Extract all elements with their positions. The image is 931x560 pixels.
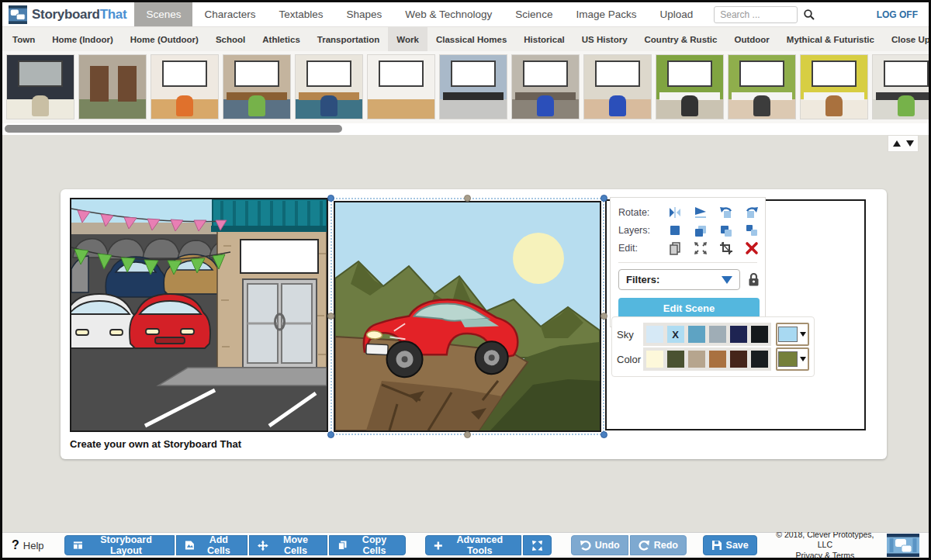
privacy-terms-link[interactable]: Privacy & Terms	[771, 551, 879, 560]
bottom-toolbar: ? Help Storyboard LayoutAdd CellsMove Ce…	[2, 532, 929, 558]
category-work[interactable]: Work	[388, 27, 427, 51]
scene-thumbnail-green-office-monitor[interactable]	[656, 54, 724, 119]
send-backward-icon[interactable]	[713, 223, 739, 237]
category-athletics[interactable]: Athletics	[254, 27, 309, 51]
resize-handle-bottom-right[interactable]	[600, 431, 607, 438]
category-us-history[interactable]: US History	[573, 27, 636, 51]
sky-color-dropdown[interactable]	[776, 323, 809, 346]
scene-thumbnail-conference-room-orange[interactable]	[151, 54, 219, 119]
move-cells-button[interactable]: Move Cells	[249, 535, 327, 555]
ground-swatch-strip	[643, 347, 771, 371]
scene-thumbnail-open-office-cubicles[interactable]	[872, 54, 929, 119]
brand[interactable]: StoryboardThat	[2, 2, 134, 26]
ground-color-dropdown[interactable]	[776, 347, 809, 371]
tab-shapes[interactable]: Shapes	[334, 2, 393, 26]
tab-characters[interactable]: Characters	[192, 2, 267, 26]
add-cells-button[interactable]: Add Cells	[176, 535, 248, 555]
tab-science[interactable]: Science	[504, 2, 564, 26]
storyboard-that-footer-logo[interactable]	[887, 534, 919, 557]
resize-handle-top-left[interactable]	[327, 195, 334, 202]
scene-thumbnail-meeting-table-whiteboard[interactable]	[295, 54, 363, 119]
resize-element-icon[interactable]	[687, 241, 713, 255]
help-button[interactable]: ? Help	[12, 538, 44, 552]
sky-swatch-3[interactable]	[688, 326, 705, 343]
scene-thumbnail-whiteboard-wall[interactable]	[367, 54, 435, 119]
plus-icon	[434, 541, 443, 551]
tab-textables[interactable]: Textables	[267, 2, 334, 26]
scene-thumbnail-office-hallway[interactable]	[78, 54, 147, 119]
category-classical-homes[interactable]: Classical Homes	[427, 27, 515, 51]
tab-upload[interactable]: Upload	[648, 2, 704, 26]
fullscreen-button[interactable]	[523, 535, 552, 555]
sky-swatch-4[interactable]	[709, 326, 726, 343]
rotate-counterclockwise-icon[interactable]	[713, 206, 739, 220]
scene-thumbnail-cubicle-blue-chair[interactable]	[583, 54, 652, 119]
save-button[interactable]: Save	[703, 535, 757, 555]
storyboard-board: Rotate: Layers:	[61, 189, 887, 459]
advanced-tools-button[interactable]: Advanced Tools	[425, 535, 522, 555]
storyboard-cell-cliff-car[interactable]	[334, 201, 601, 432]
sky-swatch-2[interactable]: X	[667, 326, 684, 343]
tab-image-packs[interactable]: Image Packs	[564, 2, 648, 26]
category-historical[interactable]: Historical	[515, 27, 573, 51]
flip-horizontal-icon[interactable]	[662, 206, 687, 220]
bring-forward-icon[interactable]	[687, 223, 713, 237]
undo-button[interactable]: Undo	[571, 535, 628, 555]
category-country-rustic[interactable]: Country & Rustic	[636, 27, 726, 51]
delete-element-icon[interactable]	[739, 241, 764, 255]
scene-thumbnail-office-desk-blue-chair[interactable]	[511, 54, 580, 119]
crop-icon[interactable]	[713, 241, 739, 255]
tab-web-technology[interactable]: Web & Technology	[393, 2, 504, 26]
bring-to-front-icon[interactable]	[662, 223, 687, 237]
sky-swatch-6[interactable]	[751, 326, 768, 343]
category-home-indoor[interactable]: Home (Indoor)	[43, 27, 122, 51]
scene-thumbnail-video-conference-room[interactable]	[439, 54, 507, 119]
resize-handle-left-mid[interactable]	[327, 313, 334, 320]
sky-label: Sky	[617, 329, 643, 340]
lock-icon[interactable]	[747, 272, 760, 287]
resize-handle-bottom-mid[interactable]	[464, 431, 471, 438]
storyboard-cell-dealership[interactable]	[70, 198, 328, 432]
flip-vertical-icon[interactable]	[687, 206, 713, 220]
filters-dropdown[interactable]: Filters:	[618, 269, 740, 290]
edit-scene-button[interactable]: Edit Scene	[618, 298, 760, 319]
ground-swatch-5[interactable]	[730, 351, 747, 368]
search-input[interactable]	[714, 6, 798, 23]
copy-cells-button[interactable]: Copy Cells	[329, 535, 406, 555]
scene-thumbnail-conference-room-green[interactable]	[223, 54, 291, 119]
scroll-down-arrow-icon[interactable]	[906, 140, 914, 147]
ground-swatch-4[interactable]	[709, 351, 726, 368]
category-transportation[interactable]: Transportation	[309, 27, 389, 51]
ground-swatch-6[interactable]	[751, 351, 768, 368]
category-town[interactable]: Town	[4, 27, 43, 51]
category-mythical-futuristic[interactable]: Mythical & Futuristic	[778, 27, 883, 51]
scene-thumbnail-break-room-tv[interactable]	[6, 54, 74, 119]
storyboard-layout-button[interactable]: Storyboard Layout	[64, 535, 175, 555]
copy-element-icon[interactable]	[662, 241, 687, 255]
category-home-outdoor[interactable]: Home (Outdoor)	[122, 27, 207, 51]
category-close-ups[interactable]: Close Ups	[883, 27, 931, 51]
ground-swatch-1[interactable]	[646, 351, 663, 368]
ground-swatch-2[interactable]	[667, 351, 684, 368]
send-to-back-icon[interactable]	[739, 223, 764, 237]
scene-thumbnail-yellow-office-desk[interactable]	[800, 54, 868, 119]
resize-handle-top-mid[interactable]	[464, 195, 471, 202]
search-icon[interactable]	[803, 9, 815, 21]
redo-button[interactable]: Redo	[630, 535, 687, 555]
sky-swatch-1[interactable]	[646, 326, 663, 343]
ground-swatch-3[interactable]	[688, 351, 705, 368]
category-school[interactable]: School	[207, 27, 254, 51]
resize-handle-right-mid[interactable]	[600, 313, 607, 320]
log-off-link[interactable]: LOG OFF	[877, 2, 929, 26]
tab-scenes[interactable]: Scenes	[134, 2, 192, 26]
scroll-up-arrow-icon[interactable]	[893, 140, 901, 147]
canvas-work-area: Rotate: Layers:	[2, 135, 929, 532]
category-outdoor[interactable]: Outdoor	[725, 27, 777, 51]
resize-handle-top-right[interactable]	[600, 195, 607, 202]
scene-thumbnail-green-cubicle-desk[interactable]	[728, 54, 796, 119]
thumbnail-scrollbar-thumb[interactable]	[5, 125, 342, 133]
resize-handle-bottom-left[interactable]	[327, 431, 334, 438]
rotate-clockwise-icon[interactable]	[739, 206, 764, 220]
sky-swatch-5[interactable]	[730, 326, 747, 343]
search-area	[714, 2, 815, 26]
